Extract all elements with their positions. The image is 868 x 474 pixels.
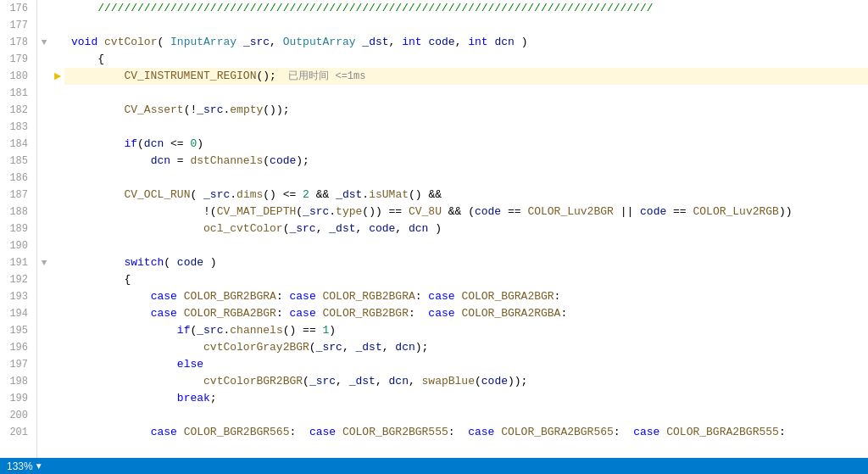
line-number: 194 (0, 305, 33, 322)
arrow-cell (51, 0, 64, 17)
token-pl: : (554, 288, 561, 305)
arrow-cell (51, 271, 64, 288)
token-kw: case (289, 305, 315, 322)
token-kw: switch (124, 254, 164, 271)
fold-icon (37, 136, 51, 153)
token-ma: COLOR_RGB2BGR (323, 305, 409, 322)
token-kw: case (468, 424, 494, 441)
token-pl (71, 322, 177, 339)
token-va: _src (303, 204, 329, 220)
code-line (64, 237, 868, 254)
token-pl (177, 305, 184, 322)
token-ma: CV_INSTRUMENT_REGION (71, 68, 256, 85)
token-va: _src (197, 102, 223, 119)
fold-icon (37, 407, 51, 424)
token-kw: void (71, 34, 97, 51)
token-pl: || (614, 204, 640, 220)
arrow-cell: ► (51, 68, 64, 85)
token-ma: COLOR_Luv2RGB (693, 204, 778, 220)
token-pl: ; (210, 390, 217, 407)
token-va: _src (316, 339, 342, 356)
code-editor: 1761771781791801811821831841851861871881… (0, 0, 868, 458)
token-pl: . (223, 322, 230, 339)
token-note: 已用时间 <=1ms (276, 68, 366, 85)
token-kw: break (177, 390, 210, 407)
token-kw: int (468, 34, 487, 51)
arrow-cell (51, 102, 64, 119)
token-pl: ); (296, 153, 309, 170)
token-pl: , (409, 373, 422, 390)
code-line (64, 17, 868, 34)
token-pl: , (356, 220, 370, 237)
arrow-cell (51, 220, 64, 237)
code-line: { (64, 271, 868, 288)
token-va: dcn (395, 339, 415, 356)
token-fn: cvtColor (104, 34, 157, 51)
line-number: 192 (0, 271, 33, 288)
line-number: 187 (0, 187, 33, 204)
token-pl: : (448, 424, 468, 441)
line-number: 184 (0, 136, 33, 153)
zoom-dropdown-icon[interactable]: ▼ (35, 461, 43, 471)
fold-icon (37, 204, 51, 220)
token-pl (71, 424, 151, 441)
token-ma: COLOR_BGRA2RGBA (461, 305, 560, 322)
token-pl: (); (256, 68, 275, 85)
fold-icon[interactable]: ▼ (37, 254, 51, 271)
fold-icon (37, 390, 51, 407)
token-pl: , (336, 373, 349, 390)
token-fn: dstChannels (190, 153, 263, 170)
arrow-cell (51, 407, 64, 424)
code-line: else (64, 356, 868, 373)
token-pl: ) (197, 136, 203, 153)
token-pl: ( (137, 136, 144, 153)
token-nu: 1 (323, 322, 330, 339)
token-kw: case (428, 305, 454, 322)
token-va: _dst (362, 34, 388, 51)
token-va: _src (243, 34, 270, 51)
line-number: 185 (0, 153, 33, 170)
zoom-control[interactable]: 133% ▼ (7, 460, 43, 472)
token-fn: cvtColorBGR2BGR (203, 373, 303, 390)
token-pl: ) (515, 34, 528, 51)
token-pl (177, 424, 184, 441)
fold-icon (37, 288, 51, 305)
token-pl: )) (779, 204, 793, 220)
code-line: switch( code ) (64, 254, 868, 271)
code-line: !(CV_MAT_DEPTH(_src.type()) == CV_8U && … (64, 204, 868, 220)
token-pl: == (666, 204, 693, 220)
code-line: case COLOR_BGR2BGRA: case COLOR_RGB2BGRA… (64, 288, 868, 305)
code-line (64, 119, 868, 136)
fold-icon[interactable]: ▼ (37, 34, 51, 51)
token-kw: case (633, 424, 659, 441)
arrow-cell (51, 170, 64, 187)
fold-icon (37, 119, 51, 136)
code-line: if(_src.channels() == 1) (64, 322, 868, 339)
line-number: 177 (0, 17, 33, 34)
token-pl (71, 254, 124, 271)
token-ma: COLOR_BGRA2BGR (461, 288, 554, 305)
token-pl: ()); (263, 102, 289, 119)
arrow-cell (51, 288, 64, 305)
token-pl: (! (184, 102, 198, 119)
token-pl: . (230, 187, 236, 204)
line-number: 191 (0, 254, 33, 271)
token-pl (236, 34, 243, 51)
token-pl (71, 390, 177, 407)
token-pl: : (409, 305, 428, 322)
token-va: dcn (494, 34, 514, 51)
fold-icon (37, 237, 51, 254)
token-pl: !( (71, 204, 217, 220)
token-pl: && (309, 187, 336, 204)
token-kw: case (151, 288, 177, 305)
code-line (64, 170, 868, 187)
line-number: 182 (0, 102, 33, 119)
token-pl (71, 136, 124, 153)
fold-icon (37, 373, 51, 390)
token-pl: { (71, 51, 104, 68)
fold-icon (37, 68, 51, 85)
token-va: _dst (349, 373, 376, 390)
fold-icon (37, 0, 51, 17)
token-va: code (369, 220, 395, 237)
token-pl: . (223, 102, 230, 119)
